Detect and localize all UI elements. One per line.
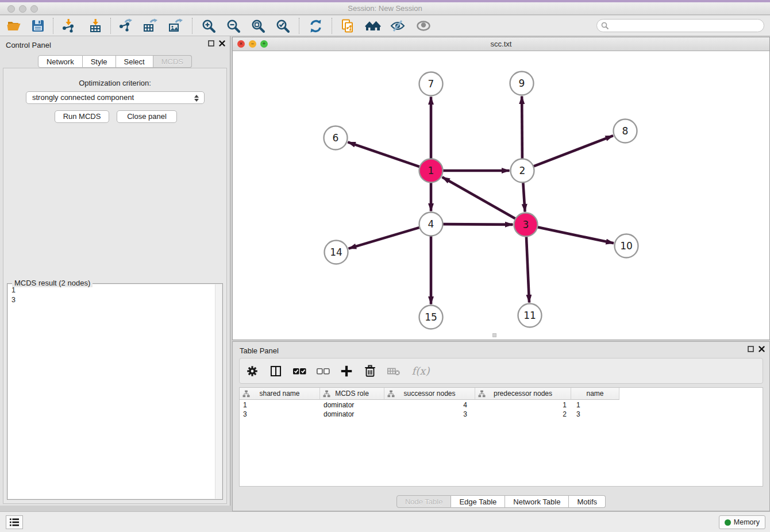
- network-window-titlebar[interactable]: × − + scc.txt: [233, 37, 769, 51]
- app-titlebar: Session: New Session: [0, 2, 770, 15]
- zoom-fit-button[interactable]: [250, 18, 266, 34]
- column-tree-icon: [323, 390, 330, 398]
- graph-edge-3-11[interactable]: [526, 236, 529, 302]
- graph-edge-2-8[interactable]: [533, 136, 613, 167]
- export-network-button[interactable]: [117, 18, 133, 34]
- hide-graphics-details-button[interactable]: [390, 18, 406, 34]
- tab-motifs[interactable]: Motifs: [569, 495, 606, 508]
- gear-icon: [245, 364, 259, 378]
- tab-network-table[interactable]: Network Table: [505, 495, 569, 508]
- column-header-predecessor-nodes[interactable]: predecessor nodes: [475, 388, 571, 400]
- control-panel: Control Panel NetworkStyleSelectMCDS Opt…: [0, 36, 230, 506]
- export-table-button[interactable]: [142, 18, 158, 34]
- column-header-name[interactable]: name: [571, 388, 619, 400]
- toolbar-separator: [53, 18, 53, 34]
- tab-select[interactable]: Select: [116, 55, 153, 68]
- close-panel-icon[interactable]: [219, 40, 225, 47]
- table-cell[interactable]: 1: [240, 400, 320, 410]
- delete-columns-button[interactable]: [362, 363, 378, 379]
- run-mcds-button[interactable]: Run MCDS: [55, 110, 109, 123]
- close-panel-icon[interactable]: [759, 346, 765, 352]
- tab-mcds[interactable]: MCDS: [153, 55, 192, 68]
- tab-edge-table[interactable]: Edge Table: [451, 495, 505, 508]
- graph-edge-4-3[interactable]: [442, 224, 513, 225]
- toggle-columns-button[interactable]: [268, 363, 284, 379]
- table-cell[interactable]: 4: [384, 400, 475, 410]
- column-header-successor-nodes[interactable]: successor nodes: [384, 388, 475, 400]
- delete-table-icon: [387, 365, 401, 377]
- graph-node-label: 4: [428, 218, 434, 230]
- column-tree-icon: [478, 390, 486, 398]
- eye-slash-icon: [390, 18, 406, 33]
- delete-table-button[interactable]: [386, 363, 402, 379]
- open-session-button[interactable]: [6, 18, 22, 34]
- graph-node-label: 1: [428, 165, 434, 176]
- add-column-button[interactable]: [338, 363, 355, 379]
- close-panel-button[interactable]: Close panel: [117, 110, 177, 123]
- function-builder-button[interactable]: f(x): [409, 363, 432, 379]
- table-cell[interactable]: 3: [384, 410, 475, 419]
- float-panel-icon[interactable]: [748, 346, 754, 352]
- zoom-fit-icon: [251, 18, 266, 34]
- graph-edge-1-6[interactable]: [348, 142, 419, 167]
- list-icon: [9, 518, 20, 527]
- refresh-layout-button[interactable]: [307, 18, 324, 34]
- graph-edge-2-3[interactable]: [523, 182, 525, 211]
- table-panel-title: Table Panel: [240, 346, 279, 355]
- search-field[interactable]: [596, 19, 764, 32]
- table-cell[interactable]: dominator: [320, 410, 384, 419]
- table-cell[interactable]: 3: [571, 410, 619, 419]
- graph-edge-3-1[interactable]: [442, 177, 516, 219]
- graph-edge-4-14[interactable]: [349, 228, 420, 249]
- status-bar: Memory: [0, 511, 770, 532]
- table-cell[interactable]: dominator: [320, 400, 384, 410]
- graph-node-label: 7: [428, 78, 434, 90]
- refresh-icon: [308, 18, 324, 34]
- import-table-button[interactable]: [87, 18, 103, 34]
- table-cell[interactable]: 1: [475, 400, 571, 410]
- table-panel: Table Panel: [232, 341, 770, 511]
- save-session-button[interactable]: [30, 18, 46, 34]
- zoom-selected-button[interactable]: [275, 18, 291, 34]
- graph-edge-2-9[interactable]: [522, 96, 522, 159]
- column-header-MCDS-role[interactable]: MCDS role: [320, 388, 384, 400]
- float-panel-icon[interactable]: [208, 40, 214, 47]
- mcds-result-area[interactable]: 1 3: [8, 284, 222, 499]
- task-history-button[interactable]: [6, 515, 23, 529]
- result-scrollbar[interactable]: [215, 284, 222, 499]
- table-row[interactable]: 3dominator323: [240, 410, 619, 419]
- graph-edge-3-10[interactable]: [537, 227, 614, 243]
- network-overview-button[interactable]: [365, 18, 381, 34]
- graph-node-label: 3: [523, 219, 529, 230]
- search-input[interactable]: [609, 22, 764, 30]
- select-all-rows-button[interactable]: [291, 363, 307, 379]
- table-header-row: shared nameMCDS rolesuccessor nodesprede…: [240, 388, 619, 400]
- canvas-resize-handle[interactable]: [492, 333, 496, 337]
- network-canvas[interactable]: 7968124314101511: [233, 51, 769, 340]
- table-settings-button[interactable]: [244, 363, 260, 379]
- tab-network[interactable]: Network: [38, 55, 83, 68]
- graph-node-label: 14: [330, 246, 342, 258]
- table-row[interactable]: 1dominator411: [240, 400, 619, 410]
- mcds-result-title: MCDS result (2 nodes): [12, 279, 93, 287]
- mcds-result-box: 1 3 MCDS result (2 nodes): [7, 283, 223, 500]
- import-network-button[interactable]: [60, 18, 76, 34]
- copy-network-button[interactable]: [340, 18, 356, 34]
- table-cell[interactable]: 2: [475, 410, 571, 419]
- tab-node-table[interactable]: Node Table: [396, 495, 452, 508]
- export-image-button[interactable]: [167, 18, 183, 34]
- import-table-icon: [88, 18, 103, 33]
- mcds-result-text: 1 3: [8, 284, 214, 499]
- zoom-out-button[interactable]: [225, 18, 241, 34]
- tab-style[interactable]: Style: [83, 55, 116, 68]
- optimization-criterion-select[interactable]: strongly connected component: [26, 91, 205, 104]
- show-graphics-details-button[interactable]: [415, 18, 432, 34]
- memory-button[interactable]: Memory: [719, 515, 765, 529]
- table-cell[interactable]: 3: [240, 410, 320, 419]
- table-cell[interactable]: 1: [571, 400, 619, 410]
- deselect-all-rows-button[interactable]: [315, 363, 331, 379]
- eye-icon: [415, 18, 432, 33]
- column-header-shared-name[interactable]: shared name: [240, 388, 320, 400]
- column-header-label: predecessor nodes: [494, 390, 552, 398]
- zoom-in-button[interactable]: [201, 18, 217, 34]
